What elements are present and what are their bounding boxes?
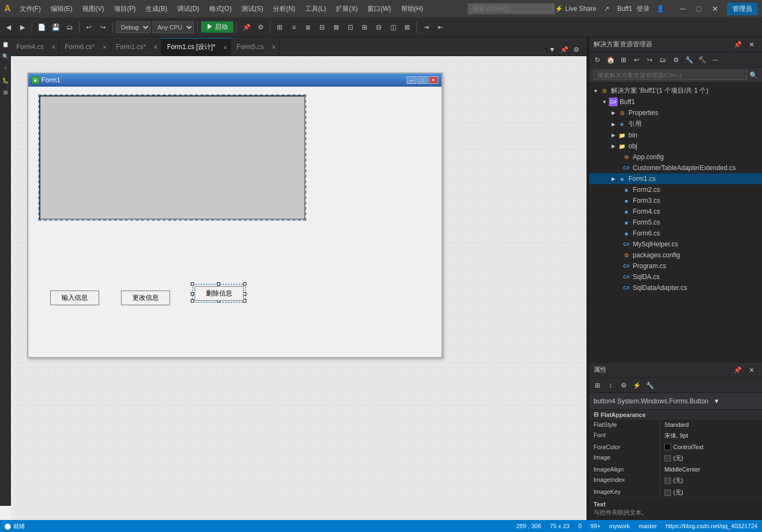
tab-form1-design[interactable]: Form1.cs [设计]* ✕ [161, 38, 231, 56]
tab-form1-close[interactable]: ✕ [153, 44, 158, 50]
tree-form4[interactable]: ■ Form4.cs [589, 206, 762, 217]
prop-tool-btn[interactable]: 🔧 [644, 379, 656, 391]
tree-obj[interactable]: ▶ 📁 obj [589, 141, 762, 152]
se-search-input[interactable] [594, 70, 747, 80]
cpu-config-select[interactable]: Any CPU [153, 21, 194, 33]
pin-icon[interactable]: 📌 [240, 21, 252, 33]
menu-edit[interactable]: 编辑(E) [46, 3, 77, 15]
form-minimize-btn[interactable]: ─ [407, 76, 416, 84]
menu-build[interactable]: 生成(B) [141, 3, 172, 15]
menu-view[interactable]: 视图(V) [78, 3, 108, 15]
se-toolbar-btn7[interactable]: 🔧 [683, 54, 695, 66]
tab-form6-close[interactable]: ✕ [102, 44, 107, 50]
datagrid-control[interactable] [39, 95, 305, 220]
tab-pin-icon[interactable]: 📌 [558, 44, 570, 56]
form-window[interactable]: ■ Form1 ─ □ ✕ 输入信息 更改信息 [27, 72, 443, 358]
toolbar-icon-5[interactable]: ⊠ [330, 21, 342, 33]
prop-val-image[interactable]: (无) [660, 452, 762, 464]
prop-pin-btn[interactable]: 📌 [731, 364, 743, 376]
new-file-icon[interactable]: 📄 [35, 21, 47, 33]
btn-delete[interactable]: 删除信息 [195, 286, 244, 301]
tree-form5[interactable]: ■ Form5.cs [589, 217, 762, 228]
toolbar-back-icon[interactable]: ◀ [2, 21, 14, 33]
tree-sqldataadapter[interactable]: C# SqlDataAdapter.cs [589, 282, 762, 293]
tab-form4[interactable]: Form4.cs ✕ [11, 38, 59, 56]
tree-packages[interactable]: ⚙ packages.config [589, 250, 762, 261]
menu-debug[interactable]: 调试(D) [173, 3, 204, 15]
form-close-btn[interactable]: ✕ [428, 76, 438, 84]
prop-val-flatstyle[interactable]: Standard [660, 420, 762, 430]
menu-file[interactable]: 文件(F) [15, 3, 45, 15]
prop-sort-btn[interactable]: ↕ [604, 379, 616, 391]
tab-form5[interactable]: Form5.cs ✕ [231, 38, 280, 56]
toolbar-icon-12[interactable]: ⇤ [434, 21, 446, 33]
tab-form1[interactable]: Form1.cs* ✕ [111, 38, 162, 56]
prop-val-font[interactable]: 宋体, 9pt [660, 430, 762, 442]
menu-help[interactable]: 帮助(H) [397, 3, 428, 15]
toolbar-icon-7[interactable]: ⊞ [359, 21, 371, 33]
toolbar-icon-8[interactable]: ⊟ [373, 21, 385, 33]
menu-format[interactable]: 格式(O) [205, 3, 236, 15]
tab-form6[interactable]: Form6.cs* ✕ [59, 38, 111, 56]
menu-analyze[interactable]: 分析(N) [269, 3, 300, 15]
start-button[interactable]: ▶ 启动 [201, 21, 233, 33]
search-input[interactable] [468, 3, 555, 14]
menu-project[interactable]: 项目(P) [110, 3, 140, 15]
toolbar-fwd-icon[interactable]: ▶ [16, 21, 28, 33]
tree-ref[interactable]: ▶ ◈ 引用 [589, 118, 762, 130]
se-sync-btn[interactable]: ↻ [591, 54, 603, 66]
se-toolbar-btn9[interactable]: ─ [709, 54, 721, 66]
tree-root[interactable]: ▼ ⊞ 解决方案 'Buff1'(1 个项目/共 1 个) [589, 85, 762, 96]
prop-val-imageindex[interactable]: (无) [660, 475, 762, 486]
tree-form2[interactable]: ■ Form2.cs [589, 184, 762, 195]
menu-tools[interactable]: 工具(L) [301, 3, 331, 15]
settings-icon[interactable]: ⚙ [255, 21, 267, 33]
tree-form3[interactable]: ■ Form3.cs [589, 195, 762, 206]
tab-form5-close[interactable]: ✕ [271, 44, 276, 50]
admin-button[interactable]: 管理员 [727, 3, 758, 15]
status-branch[interactable]: mywork [609, 523, 630, 529]
menu-extensions[interactable]: 扩展(X) [331, 3, 362, 15]
se-toolbar-btn5[interactable]: 🗂 [657, 54, 669, 66]
toolbar-icon-2[interactable]: ≡ [288, 21, 300, 33]
tree-program[interactable]: C# Program.cs [589, 261, 762, 271]
toolbar-icon-4[interactable]: ⊟ [316, 21, 328, 33]
menu-test[interactable]: 测试(S) [237, 3, 268, 15]
tree-bin[interactable]: ▶ 📁 bin [589, 130, 762, 141]
btn-update[interactable]: 更改信息 [121, 291, 170, 305]
tree-properties[interactable]: ▶ ⚙ Properties [589, 107, 762, 118]
toolbar-icon-10[interactable]: ⊠ [401, 21, 413, 33]
close-button[interactable]: ✕ [707, 3, 723, 14]
prop-section-flat[interactable]: ⊟ FlatAppearance [589, 410, 762, 420]
activity-git[interactable]: ⑂ [1, 63, 10, 73]
activity-search[interactable]: 🔍 [1, 51, 10, 61]
tree-sqlda[interactable]: C# SqlDA.cs [589, 271, 762, 282]
tab-overflow-icon[interactable]: ▼ [546, 44, 558, 56]
minimize-button[interactable]: ─ [675, 3, 690, 14]
se-home-btn[interactable]: 🏠 [604, 54, 616, 66]
toolbar-icon-9[interactable]: ◫ [387, 21, 399, 33]
login-link[interactable]: 登录 [637, 4, 650, 14]
toolbar-icon-11[interactable]: ⇥ [420, 21, 432, 33]
activity-explore[interactable]: 📋 [1, 39, 10, 49]
prop-close-btn[interactable]: ✕ [746, 364, 758, 376]
se-toolbar-btn3[interactable]: ↩ [631, 54, 643, 66]
se-toolbar-btn2[interactable]: ⊞ [618, 54, 630, 66]
prop-val-forecolor[interactable]: ControlText [660, 442, 762, 452]
prop-val-imagealign[interactable]: MiddleCenter [660, 464, 762, 474]
redo-icon[interactable]: ↪ [97, 21, 109, 33]
tree-mysqlhelper[interactable]: C# MySqlHelper.cs [589, 239, 762, 250]
se-pin-btn[interactable]: 📌 [731, 39, 743, 51]
tab-gear-icon[interactable]: ⚙ [570, 44, 582, 56]
toolbar-icon-6[interactable]: ⊡ [344, 21, 356, 33]
user-icon[interactable]: 👤 [654, 3, 666, 15]
tab-form1-design-close[interactable]: ✕ [223, 44, 227, 50]
prop-category-btn[interactable]: ⊞ [591, 379, 603, 391]
tree-form6[interactable]: ■ Form6.cs [589, 228, 762, 239]
designer-canvas[interactable]: ■ Form1 ─ □ ✕ 输入信息 更改信息 [11, 56, 586, 520]
se-toolbar-btn6[interactable]: ⚙ [670, 54, 682, 66]
restore-button[interactable]: □ [691, 3, 706, 14]
tab-form4-close[interactable]: ✕ [51, 44, 56, 50]
save-all-icon[interactable]: 🗂 [64, 21, 76, 33]
se-close-btn[interactable]: ✕ [746, 39, 758, 51]
